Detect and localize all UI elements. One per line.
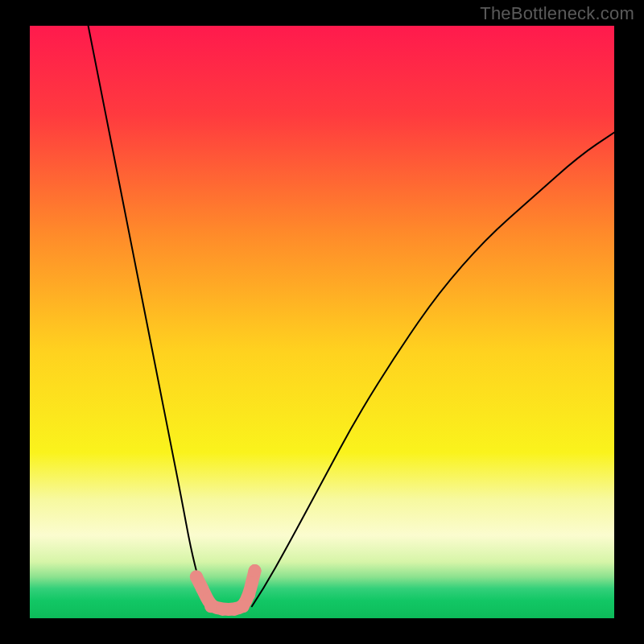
marker-point [237, 600, 250, 613]
chart-container: TheBottleneck.com [0, 0, 644, 644]
bottleneck-chart [0, 0, 644, 644]
marker-point [204, 600, 217, 613]
marker-point [246, 576, 258, 589]
marker-point [242, 588, 255, 601]
marker-point [190, 570, 203, 583]
gradient-background [30, 26, 614, 618]
watermark-text: TheBottleneck.com [480, 3, 634, 24]
marker-point [249, 564, 262, 577]
marker-point [217, 603, 229, 616]
marker-point [196, 582, 208, 595]
